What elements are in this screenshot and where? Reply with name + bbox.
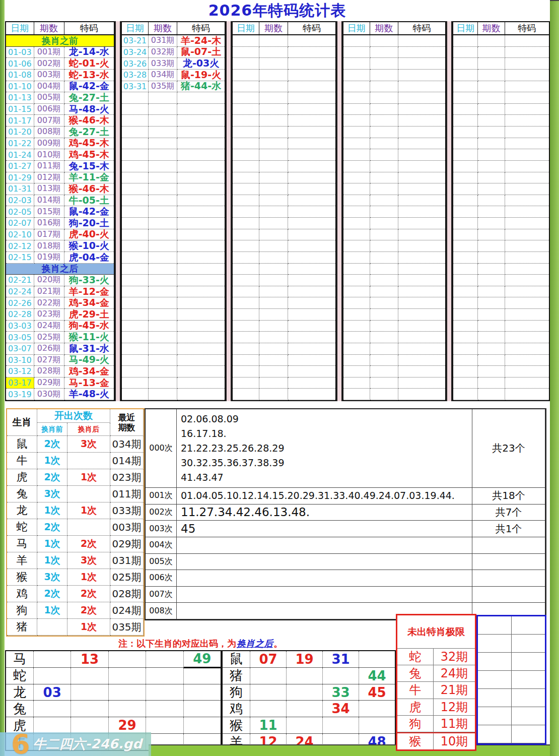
grid-number-cell (250, 668, 287, 684)
date-cell: 03-28 (122, 70, 149, 81)
grid-zodiac-label: 马 (6, 651, 34, 667)
date-cell (122, 92, 149, 104)
date-cell (233, 275, 259, 286)
period-cell: 003期 (34, 70, 64, 81)
empty-row (453, 138, 549, 150)
empty-row (453, 104, 549, 115)
grid-number-cell (359, 717, 395, 733)
date-cell (122, 240, 149, 252)
period-cell (259, 275, 288, 286)
limit-periods: 10期 (434, 733, 475, 749)
note-highlight: 换肖之后 (237, 638, 273, 650)
date-cell (233, 366, 259, 377)
code-cell (505, 138, 549, 150)
empty-row (122, 218, 225, 229)
result-row: 01-06002期蛇-01-火 (6, 58, 114, 70)
date-cell (343, 343, 370, 355)
date-cell (233, 377, 259, 389)
period-cell (478, 264, 505, 275)
period-cell: 032期 (149, 47, 177, 58)
code-cell (177, 389, 225, 400)
period-cell: 007期 (34, 115, 64, 127)
frequency-label: 001次 (146, 488, 177, 505)
date-cell (233, 195, 259, 207)
empty-row (453, 218, 549, 229)
date-cell (122, 377, 149, 389)
period-cell (259, 195, 288, 207)
code-cell (288, 35, 335, 47)
code-cell (288, 240, 335, 252)
stats-after-cell: 1次 (67, 469, 110, 486)
date-cell (233, 206, 259, 218)
code-cell (177, 240, 225, 252)
period-cell: 028期 (34, 366, 64, 377)
period-group: 日期期数特码 (232, 21, 336, 401)
code-cell (505, 92, 549, 104)
code-cell (288, 206, 335, 218)
result-row: 02-10017期虎-40-火 (6, 229, 114, 241)
period-cell (149, 343, 177, 355)
period-cell (478, 92, 505, 104)
page: 2026年特码统计表 日期期数特码换肖之前01-03001期龙-14-水01-0… (0, 0, 559, 756)
frequency-numbers (177, 537, 472, 554)
grid-zodiac-label: 猴 (223, 717, 250, 733)
result-row: 02-26022期鸡-34-金 (6, 297, 114, 309)
column-header-code: 特码 (505, 22, 549, 35)
date-cell (453, 366, 478, 377)
code-cell: 猪-44-水 (177, 81, 225, 93)
period-cell (370, 115, 399, 127)
period-cell (149, 218, 177, 229)
empty-row (122, 206, 225, 218)
date-cell (122, 297, 149, 309)
empty-row (122, 377, 225, 389)
stats-zodiac-cell: 猪 (7, 619, 37, 636)
period-cell (149, 104, 177, 115)
date-cell (343, 172, 370, 184)
date-cell (453, 309, 478, 321)
code-cell: 蛇-13-水 (64, 70, 114, 81)
frequency-numbers: 02.06.08.0916.17.18.21.22.23.25.26.28.29… (177, 409, 472, 488)
code-cell (505, 115, 549, 127)
code-cell (177, 195, 225, 207)
date-cell (453, 377, 478, 389)
result-row: 03-03024期狗-45-水 (6, 321, 114, 332)
frequency-label: 004次 (146, 537, 177, 554)
period-cell: 035期 (149, 81, 177, 93)
period-cell (370, 343, 399, 355)
grid-number-cell: 49 (184, 651, 221, 668)
result-row: 03-10027期马-49-火 (6, 355, 114, 366)
code-cell (177, 264, 225, 275)
date-cell (233, 58, 259, 70)
period-cell (478, 366, 505, 377)
code-cell (177, 183, 225, 195)
frequency-total: 共1个 (472, 521, 545, 537)
date-cell (122, 138, 149, 150)
date-cell: 01-27 (6, 161, 34, 172)
period-cell (259, 81, 288, 93)
code-cell (398, 240, 445, 252)
empty-row (343, 343, 445, 355)
empty-row (453, 309, 549, 321)
date-cell (122, 183, 149, 195)
code-cell (288, 47, 335, 58)
grid-number-cell (146, 701, 183, 717)
date-cell (233, 286, 259, 298)
empty-row (122, 264, 225, 275)
code-cell: 马-48-火 (64, 104, 114, 115)
group-separator (115, 21, 121, 401)
stats-header-after: 换肖后 (67, 423, 110, 436)
empty-row (233, 275, 335, 286)
code-cell (505, 252, 549, 264)
result-row: 03-12028期鸡-34-金 (6, 366, 114, 377)
period-cell (259, 229, 288, 241)
code-cell (398, 332, 445, 343)
date-cell: 01-29 (6, 172, 34, 184)
stats-after-cell: 2次 (67, 602, 110, 619)
date-cell (453, 332, 478, 343)
stats-before-cell: 2次 (37, 519, 67, 536)
code-cell (398, 229, 445, 241)
period-cell (478, 81, 505, 93)
date-cell (122, 332, 149, 343)
empty-row (343, 264, 445, 275)
grid-number-cell (250, 684, 287, 701)
